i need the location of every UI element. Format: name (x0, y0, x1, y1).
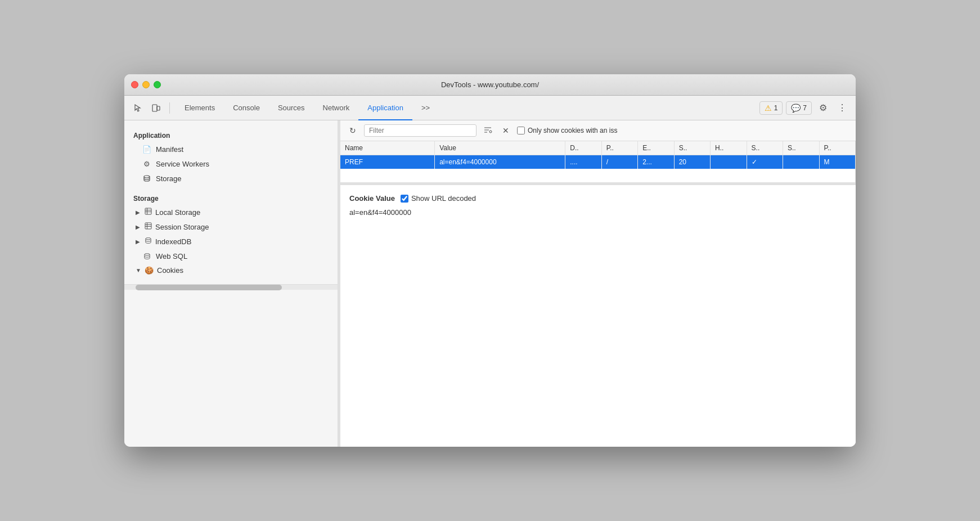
storage-group: Storage ▶ Local Storage ▶ (124, 190, 338, 277)
only-issues-label: Only show cookies with an iss (517, 127, 617, 134)
tab-bar: Elements Console Sources Network Applica… (176, 96, 757, 120)
tab-console[interactable]: Console (224, 96, 269, 120)
col-value[interactable]: Value (435, 141, 565, 155)
select-element-button[interactable] (130, 100, 146, 116)
cookie-value-text: al=en&f4=4000000 (349, 208, 847, 217)
clear-icon: ✕ (502, 126, 509, 135)
col-path[interactable]: P.. (601, 141, 637, 155)
expand-arrow-local: ▶ (136, 209, 141, 215)
app-section-title: Application (124, 127, 338, 142)
main-toolbar: Elements Console Sources Network Applica… (124, 96, 856, 120)
warning-icon: ⚠ (765, 104, 772, 113)
sidebar-item-manifest[interactable]: 📄 Manifest (124, 142, 338, 156)
service-workers-icon: ⚙ (142, 159, 151, 168)
local-storage-icon (145, 208, 152, 217)
svg-rect-7 (145, 223, 151, 229)
main-panel: ↻ ✕ (340, 120, 856, 447)
window-title: DevTools - www.youtube.com/ (441, 80, 539, 89)
table-header-row: Name Value D.. P.. (340, 141, 856, 155)
title-bar: DevTools - www.youtube.com/ (124, 74, 856, 96)
sidebar-item-session-storage[interactable]: ▶ Session Storage (124, 219, 338, 234)
tab-elements[interactable]: Elements (176, 96, 224, 120)
col-secure[interactable]: S.. (747, 141, 783, 155)
cookie-detail: Cookie Value Show URL decoded al=en&f4=4… (340, 185, 856, 447)
filter-input[interactable] (364, 124, 476, 137)
websql-icon (142, 251, 151, 260)
close-button[interactable] (131, 81, 138, 88)
cookie-value-header: Cookie Value Show URL decoded (349, 194, 847, 203)
sidebar-item-websql[interactable]: Web SQL (124, 249, 338, 263)
svg-rect-3 (145, 208, 151, 214)
tab-network[interactable]: Network (314, 96, 359, 120)
settings-button[interactable]: ⚙ (815, 100, 831, 116)
cookie-value-label: Cookie Value (349, 194, 395, 203)
cookies-icon: 🍪 (145, 266, 154, 275)
show-url-decoded-checkbox[interactable] (401, 195, 408, 203)
storage-app-icon (142, 174, 151, 183)
sidebar-item-storage-app[interactable]: Storage (124, 171, 338, 186)
filter-options-button[interactable] (481, 124, 495, 137)
svg-point-2 (144, 176, 150, 178)
col-samesite[interactable]: S.. (783, 141, 819, 155)
toolbar-divider (169, 102, 170, 114)
cell-expires: 2... (638, 155, 674, 169)
cursor-icon (133, 104, 142, 113)
cookies-data-table: Name Value D.. P.. (340, 141, 856, 182)
col-expires[interactable]: E.. (638, 141, 674, 155)
col-domain[interactable]: D.. (565, 141, 601, 155)
tab-application[interactable]: Application (358, 96, 412, 120)
session-storage-icon (145, 222, 152, 231)
more-options-button[interactable]: ⋮ (834, 100, 850, 116)
table-row[interactable]: PREF al=en&f4=4000000 .... / 2... 20 ✓ M (340, 155, 856, 169)
clear-filter-button[interactable]: ✕ (499, 124, 513, 137)
only-issues-checkbox[interactable] (517, 127, 525, 134)
col-name[interactable]: Name (340, 141, 435, 155)
gear-icon: ⚙ (819, 102, 827, 113)
devtools-window: DevTools - www.youtube.com/ Elements Con… (124, 74, 856, 447)
sidebar-item-cookies[interactable]: ▼ 🍪 Cookies (124, 263, 338, 277)
scrollbar-thumb[interactable] (136, 285, 282, 290)
sidebar-scrollbar[interactable] (124, 284, 338, 290)
svg-point-11 (146, 238, 151, 240)
toolbar-right: ⚠ 1 💬 7 ⚙ ⋮ (759, 100, 850, 116)
device-toggle-button[interactable] (148, 100, 164, 116)
more-icon: ⋮ (838, 102, 847, 113)
traffic-lights (131, 81, 161, 88)
expand-arrow-indexed: ▶ (136, 239, 141, 245)
issues-button[interactable]: 💬 7 (786, 101, 812, 115)
sidebar: Application 📄 Manifest ⚙ Service Workers (124, 120, 338, 447)
col-httponly[interactable]: H.. (711, 141, 747, 155)
maximize-button[interactable] (154, 81, 161, 88)
cookie-table: Name Value D.. P.. (340, 141, 856, 183)
col-size[interactable]: S.. (674, 141, 710, 155)
minimize-button[interactable] (142, 81, 150, 88)
issues-icon: 💬 (791, 104, 801, 113)
cell-samesite (783, 155, 819, 169)
cell-value: al=en&f4=4000000 (435, 155, 565, 169)
storage-section-title: Storage (124, 190, 338, 205)
tab-more[interactable]: >> (412, 96, 439, 120)
svg-point-12 (144, 253, 149, 255)
cell-size: 20 (674, 155, 710, 169)
sidebar-item-local-storage[interactable]: ▶ Local Storage (124, 205, 338, 219)
svg-point-16 (489, 131, 492, 133)
refresh-icon: ↻ (349, 126, 356, 135)
device-icon (151, 104, 160, 113)
main-content: Application 📄 Manifest ⚙ Service Workers (124, 120, 856, 447)
sidebar-item-service-workers[interactable]: ⚙ Service Workers (124, 156, 338, 171)
svg-rect-0 (152, 105, 157, 111)
col-priority[interactable]: P.. (819, 141, 856, 155)
cell-secure: ✓ (747, 155, 783, 169)
sidebar-item-indexeddb[interactable]: ▶ IndexedDB (124, 234, 338, 249)
table-empty-row (340, 169, 856, 182)
cell-priority: M (819, 155, 856, 169)
warning-button[interactable]: ⚠ 1 (759, 101, 783, 115)
refresh-button[interactable]: ↻ (346, 124, 359, 137)
tab-sources[interactable]: Sources (269, 96, 314, 120)
cell-path: / (601, 155, 637, 169)
manifest-icon: 📄 (142, 145, 151, 154)
panel-toolbar: ↻ ✕ (340, 120, 856, 141)
cell-domain: .... (565, 155, 601, 169)
expand-arrow-cookies: ▼ (136, 267, 141, 273)
expand-arrow-session: ▶ (136, 224, 141, 230)
